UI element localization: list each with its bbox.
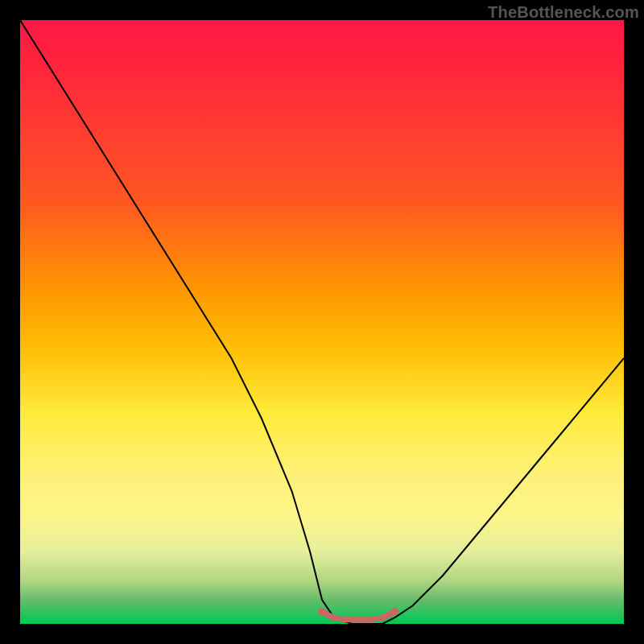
optimal-flat-start-dot bbox=[318, 608, 326, 616]
chart-stage: TheBottleneck.com bbox=[0, 0, 644, 644]
watermark-text: TheBottleneck.com bbox=[488, 3, 639, 22]
bottleneck-curve-path bbox=[20, 20, 624, 624]
curve-layer bbox=[20, 20, 624, 624]
plot-area bbox=[20, 20, 624, 624]
optimal-flat-path bbox=[322, 612, 394, 620]
optimal-flat-end-dot bbox=[390, 608, 398, 616]
